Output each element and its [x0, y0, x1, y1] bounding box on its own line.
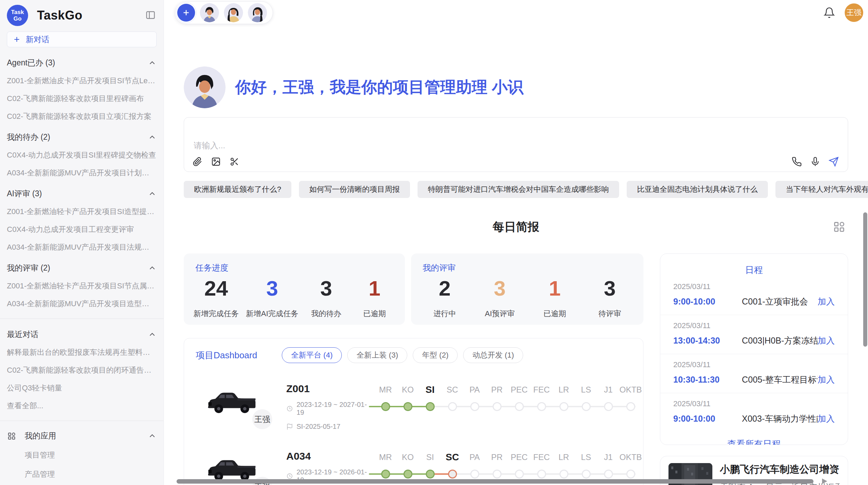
- assistant-avatar-3[interactable]: [248, 3, 267, 22]
- section-title: Agent已办 (3): [7, 58, 55, 68]
- stat-items: 24新增完成任务3新增AI完成任务3我的待办1已逾期: [190, 276, 399, 319]
- chat-input[interactable]: 请输入...: [184, 117, 848, 172]
- section-header[interactable]: 最近对话: [7, 329, 157, 340]
- milestone-label: SC: [441, 383, 463, 397]
- flag-icon: [286, 423, 293, 430]
- event-date: 2025/03/11: [673, 321, 835, 330]
- assistant-avatar-2[interactable]: [224, 3, 243, 22]
- timeline-done-line: [369, 406, 430, 407]
- section-header[interactable]: 我的待办 (2): [7, 132, 157, 142]
- microphone-icon[interactable]: [810, 157, 820, 167]
- sidebar-task-sections: Agent已办 (3)Z001-全新燃油皮卡产品开发项目SI节点Lesson L…: [7, 58, 157, 309]
- new-chat-button[interactable]: 新对话: [7, 32, 157, 47]
- see-all-schedule-link[interactable]: 查看所有日程: [660, 438, 848, 445]
- section-title: 最近对话: [7, 329, 38, 340]
- dashboard-tab[interactable]: 动总开发 (1): [463, 347, 523, 363]
- suggestion-chip[interactable]: 比亚迪全固态电池计划具体说了什么: [627, 181, 768, 198]
- screenshot-scissors-icon[interactable]: [229, 157, 240, 167]
- sidebar-item-my-apps[interactable]: 我的应用: [7, 431, 157, 441]
- sidebar-item[interactable]: C0X4-动力总成开发项目SI里程碑提交物检查: [7, 150, 157, 160]
- suggestion-chip[interactable]: 特朗普可能对进口汽车增税会对中国车企造成哪些影响: [418, 181, 619, 198]
- section-header[interactable]: 我的评审 (2): [7, 263, 157, 273]
- notification-bell-icon[interactable]: [823, 7, 835, 18]
- attachment-icon[interactable]: [192, 157, 203, 167]
- milestone-label: PR: [486, 450, 508, 464]
- suggestion-chips: 欧洲新规最近颁布了什么?如何写一份清晰的项目周报特朗普可能对进口汽车增税会对中国…: [184, 181, 848, 198]
- stat-value: 3: [479, 276, 520, 300]
- sidebar-item[interactable]: C0X4-动力总成开发项目工程变更评审: [7, 224, 157, 235]
- recent-conversation-item[interactable]: 公司Q3轻卡销量: [7, 383, 157, 393]
- schedule-event: 2025/03/1110:30-11:30C005-整车工程目标评审加入: [660, 354, 848, 393]
- sidebar-item[interactable]: Z001-全新燃油轻卡产品开发项目SI造型提交物评审: [7, 207, 157, 217]
- logo-text-line1: Task: [11, 9, 24, 15]
- milestone-dot: [470, 402, 479, 411]
- image-upload-icon[interactable]: [211, 157, 221, 167]
- sidebar-item[interactable]: A034-全新新能源MUV产品开发项目造型可行性评审: [7, 299, 157, 309]
- scroll-down-arrow-icon[interactable]: [830, 468, 836, 472]
- suggestion-chip[interactable]: 欧洲新规最近颁布了什么?: [184, 181, 291, 198]
- layout-grid-icon[interactable]: [832, 220, 846, 234]
- stat-label: 待评审: [589, 309, 630, 319]
- stat-value: 1: [354, 276, 395, 300]
- apps-grid-icon: [7, 431, 16, 441]
- my-apps-subitem[interactable]: 项目管理: [25, 450, 157, 460]
- clock-icon: [286, 473, 293, 480]
- milestone-label: OKTB: [619, 450, 642, 464]
- see-all-conversations[interactable]: 查看全部...: [7, 401, 157, 411]
- divider: [0, 319, 164, 319]
- milestone-dot: [559, 470, 568, 478]
- project-owner-badge: 王强: [251, 408, 274, 431]
- stat-value: 24: [194, 276, 239, 300]
- sidebar-item[interactable]: C02-飞腾新能源轻客改款项目立项汇报方案: [7, 111, 157, 122]
- app-title: TaskGo: [37, 8, 82, 23]
- recent-conversation-item[interactable]: 解释最新出台的欧盟报废车法规再生塑料比例被调至15%...: [7, 347, 157, 358]
- section-header[interactable]: Agent已办 (3): [7, 58, 157, 68]
- assistant-avatar-1[interactable]: [200, 3, 219, 22]
- section-header[interactable]: AI评审 (3): [7, 188, 157, 199]
- sidebar-section: AI评审 (3)Z001-全新燃油轻卡产品开发项目SI造型提交物评审C0X4-动…: [7, 188, 157, 252]
- sidebar-item[interactable]: A034-全新新能源MUV产品开发项目法规符合性评审: [7, 242, 157, 252]
- stat-card-title: 我的评审: [423, 262, 637, 273]
- milestone-dot: [537, 470, 546, 478]
- stat-value: 2: [424, 276, 465, 300]
- chevron-up-icon: [148, 133, 157, 142]
- content-column: 你好，王强，我是你的项目管理助理 小识 请输入... 欧洲新规最近颁布了什么?如…: [184, 0, 848, 485]
- milestone-label: PEC: [508, 383, 530, 397]
- milestone-dot: [515, 402, 524, 411]
- schedule-list: 2025/03/119:00-10:00C001-立项审批会加入2025/03/…: [660, 276, 848, 432]
- dashboard-tab[interactable]: 年型 (2): [413, 347, 458, 363]
- sidebar-item[interactable]: A034-全新新能源MUV产品开发项目计划变更表编写: [7, 168, 157, 178]
- join-meeting-link[interactable]: 加入: [818, 296, 835, 307]
- dashboard-tab[interactable]: 全新上装 (3): [347, 347, 407, 363]
- chevron-up-icon: [148, 264, 157, 273]
- suggestion-chip[interactable]: 当下年轻人对汽车外观有怎样的喜好趋势: [775, 181, 868, 198]
- milestone-label: PEC: [508, 450, 530, 464]
- dashboard-tabs: 全新平台 (4)全新上装 (3)年型 (2)动总开发 (1): [282, 347, 523, 363]
- send-icon[interactable]: [829, 157, 839, 167]
- join-meeting-link[interactable]: 加入: [818, 413, 835, 424]
- suggestion-chip[interactable]: 如何写一份清晰的项目周报: [299, 181, 410, 198]
- my-apps-subitem[interactable]: 产品管理: [25, 469, 157, 480]
- clock-icon: [286, 405, 293, 412]
- phone-call-icon[interactable]: [792, 157, 802, 167]
- project-row[interactable]: 王强Z0012023-12-19 ~ 2027-01-19SI-2025-05-…: [196, 383, 643, 431]
- user-avatar[interactable]: 王强: [845, 3, 863, 22]
- recent-conversation-item[interactable]: C02-飞腾新能源轻客改款项目的闭环通告反馈情况: [7, 365, 157, 375]
- sidebar-item[interactable]: Z001-全新燃油轻卡产品开发项目SI节点属性5D文件评审: [7, 281, 157, 291]
- stat-label: 已逾期: [534, 309, 575, 319]
- scroll-right-arrow-icon[interactable]: [822, 478, 827, 484]
- project-code: Z001: [286, 383, 370, 395]
- vertical-scrollbar[interactable]: [863, 212, 867, 347]
- horizontal-scrollbar[interactable]: [177, 479, 813, 484]
- sidebar-collapse-icon[interactable]: [145, 10, 156, 21]
- join-meeting-link[interactable]: 加入: [818, 335, 835, 346]
- event-name: C001-立项审批会: [742, 296, 818, 307]
- milestone-dot: [582, 470, 591, 478]
- sidebar-item[interactable]: C02-飞腾新能源轻客改款项目里程碑画布: [7, 94, 157, 104]
- sidebar-item[interactable]: Z001-全新燃油皮卡产品开发项目SI节点Lesson Learn报告: [7, 76, 157, 86]
- dashboard-tab[interactable]: 全新平台 (4): [282, 347, 342, 363]
- add-assistant-button[interactable]: [177, 4, 195, 22]
- join-meeting-link[interactable]: 加入: [818, 374, 835, 385]
- milestone-dot: [381, 470, 390, 478]
- sidebar-section: Agent已办 (3)Z001-全新燃油皮卡产品开发项目SI节点Lesson L…: [7, 58, 157, 122]
